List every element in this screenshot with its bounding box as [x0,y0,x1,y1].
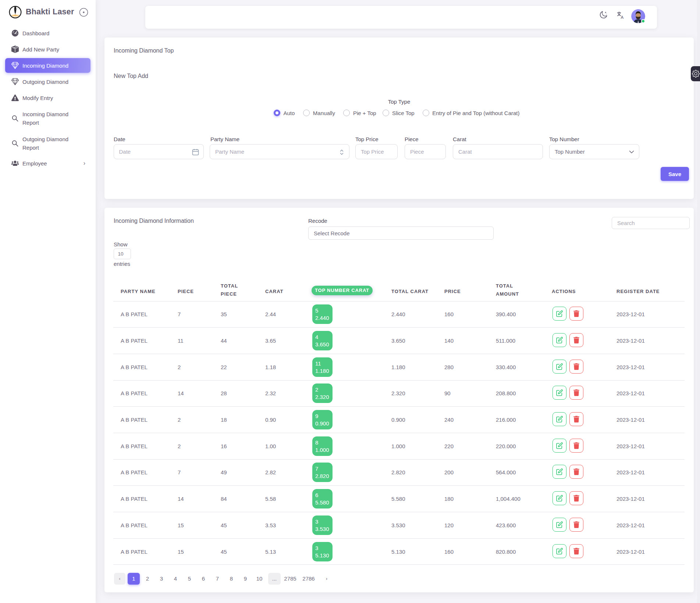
svg-text:A: A [621,15,624,19]
